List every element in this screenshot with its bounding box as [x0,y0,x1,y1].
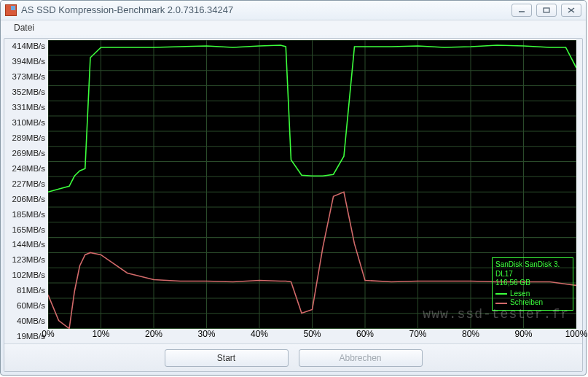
abbrechen-button[interactable]: Abbrechen [299,349,423,367]
y-tick-label: 165MB/s [12,225,45,234]
x-tick-label: 40% [251,329,268,339]
y-tick-label: 227MB/s [12,179,45,188]
legend-write-label: Schreiben [510,298,543,308]
y-axis: 414MB/s394MB/s373MB/s352MB/s331MB/s310MB… [6,40,48,342]
y-tick-label: 185MB/s [12,210,45,219]
start-button[interactable]: Start [165,349,289,367]
button-row: Start Abbrechen [4,343,582,371]
x-axis: 0%10%20%30%40%50%60%70%80%90%100% [48,329,576,342]
window-title: AS SSD Kompression-Benchmark 2.0.7316.34… [21,4,511,15]
x-tick-label: 70% [409,329,426,339]
y-tick-label: 414MB/s [12,42,45,50]
y-tick-label: 144MB/s [12,240,45,249]
y-tick-label: 60MB/s [17,301,45,310]
legend-device: SanDisk SanDisk 3. [495,260,570,270]
y-tick-label: 289MB/s [12,133,45,142]
chart-plot: SanDisk SanDisk 3. DL17 116,56 GB Lesen … [48,40,576,329]
y-tick-label: 206MB/s [12,195,45,203]
minimize-button[interactable] [511,4,532,17]
y-tick-label: 123MB/s [12,255,45,264]
app-icon [5,4,17,16]
y-tick-label: 373MB/s [12,72,45,81]
y-tick-label: 248MB/s [12,164,45,173]
x-tick-label: 90% [514,329,532,339]
y-tick-label: 394MB/s [12,57,45,66]
chart-shell: 414MB/s394MB/s373MB/s352MB/s331MB/s310MB… [4,39,582,343]
app-window: AS SSD Kompression-Benchmark 2.0.7316.34… [0,0,587,376]
close-button[interactable] [561,4,581,17]
legend-capacity: 116,56 GB [495,279,570,288]
x-tick-label: 30% [197,329,215,339]
y-tick-label: 19MB/s [17,332,45,341]
menu-datei[interactable]: Datei [8,21,40,34]
x-tick-label: 80% [462,329,479,339]
legend-read-swatch [495,293,507,295]
legend-write-swatch [495,303,507,304]
legend-read-label: Lesen [510,289,530,299]
plot-column: SanDisk SanDisk 3. DL17 116,56 GB Lesen … [48,40,576,342]
y-tick-label: 269MB/s [12,149,45,158]
y-tick-label: 331MB/s [12,103,45,112]
x-tick-label: 0% [42,329,54,339]
x-tick-label: 20% [145,329,162,339]
y-tick-label: 102MB/s [12,271,45,279]
minimize-icon [518,7,525,13]
content-panel: 414MB/s394MB/s373MB/s352MB/s331MB/s310MB… [4,38,583,372]
legend-firmware: DL17 [495,270,570,279]
close-icon [568,7,575,13]
x-tick-label: 60% [356,329,374,339]
x-tick-label: 10% [92,329,109,339]
y-tick-label: 40MB/s [17,316,45,325]
x-tick-label: 50% [303,329,321,339]
legend-box: SanDisk SanDisk 3. DL17 116,56 GB Lesen … [492,257,573,311]
legend-read-row: Lesen [495,289,570,299]
titlebar: AS SSD Kompression-Benchmark 2.0.7316.34… [1,1,586,20]
svg-rect-1 [544,8,549,12]
maximize-button[interactable] [536,4,557,17]
y-tick-label: 310MB/s [12,118,45,127]
y-tick-label: 81MB/s [17,286,45,295]
menubar: Datei [1,20,586,36]
x-tick-label: 100% [565,329,588,339]
maximize-icon [543,7,550,13]
y-tick-label: 352MB/s [12,88,45,96]
window-controls [511,4,581,17]
legend-write-row: Schreiben [495,298,570,308]
